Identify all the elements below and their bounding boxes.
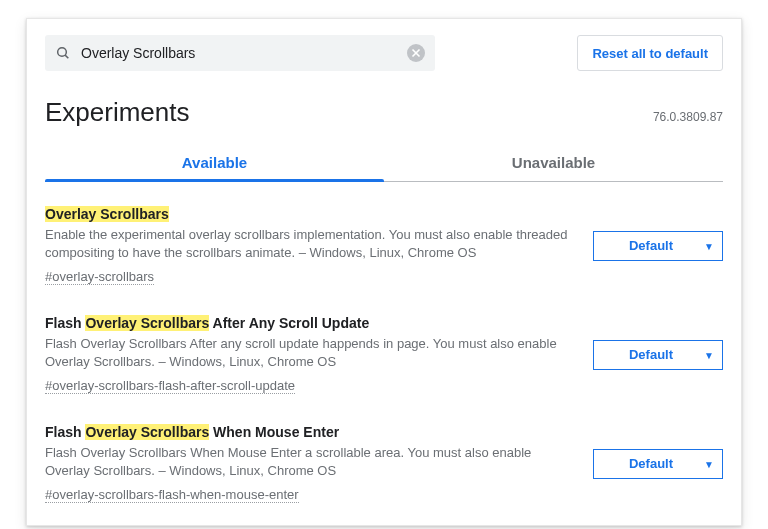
chevron-down-icon: ▼ — [704, 349, 714, 360]
flag-state-select[interactable]: Default▼ — [593, 231, 723, 261]
flag-title: Flash Overlay Scrollbars When Mouse Ente… — [45, 424, 575, 440]
flag-description: Flash Overlay Scrollbars When Mouse Ente… — [45, 444, 575, 479]
search-icon — [55, 45, 71, 61]
clear-search-icon[interactable] — [407, 44, 425, 62]
flag-state-value: Default — [604, 456, 698, 471]
flag-state-value: Default — [604, 347, 698, 362]
flag-state-value: Default — [604, 238, 698, 253]
experiments-panel: Reset all to default Experiments 76.0.38… — [26, 18, 742, 526]
search-box[interactable] — [45, 35, 435, 71]
flag-row: Flash Overlay Scrollbars When Mouse Ente… — [45, 408, 723, 517]
flag-hash-link[interactable]: #overlay-scrollbars-flash-after-scroll-u… — [45, 378, 295, 394]
flag-row: Overlay ScrollbarsEnable the experimenta… — [45, 190, 723, 299]
flag-state-select[interactable]: Default▼ — [593, 340, 723, 370]
chevron-down-icon: ▼ — [704, 240, 714, 251]
tabs: Available Unavailable — [45, 144, 723, 182]
spacer — [445, 35, 567, 71]
flag-text: Flash Overlay Scrollbars After Any Scrol… — [45, 315, 575, 394]
svg-point-0 — [58, 48, 67, 57]
flag-title: Overlay Scrollbars — [45, 206, 575, 222]
svg-line-1 — [65, 55, 68, 58]
page-title: Experiments — [45, 97, 190, 128]
top-row: Reset all to default — [45, 35, 723, 71]
flag-text: Overlay ScrollbarsEnable the experimenta… — [45, 206, 575, 285]
flag-state-select[interactable]: Default▼ — [593, 449, 723, 479]
version-label: 76.0.3809.87 — [653, 110, 723, 124]
tab-unavailable[interactable]: Unavailable — [384, 144, 723, 181]
flags-list: Overlay ScrollbarsEnable the experimenta… — [45, 182, 723, 517]
flag-description: Flash Overlay Scrollbars After any scrol… — [45, 335, 575, 370]
flag-hash-link[interactable]: #overlay-scrollbars-flash-when-mouse-ent… — [45, 487, 299, 503]
flag-row: Flash Overlay Scrollbars After Any Scrol… — [45, 299, 723, 408]
flag-title: Flash Overlay Scrollbars After Any Scrol… — [45, 315, 575, 331]
header-row: Experiments 76.0.3809.87 — [45, 97, 723, 128]
flag-description: Enable the experimental overlay scrollba… — [45, 226, 575, 261]
search-input[interactable] — [81, 45, 407, 61]
chevron-down-icon: ▼ — [704, 458, 714, 469]
tab-available[interactable]: Available — [45, 144, 384, 181]
flag-text: Flash Overlay Scrollbars When Mouse Ente… — [45, 424, 575, 503]
flag-hash-link[interactable]: #overlay-scrollbars — [45, 269, 154, 285]
reset-all-button[interactable]: Reset all to default — [577, 35, 723, 71]
